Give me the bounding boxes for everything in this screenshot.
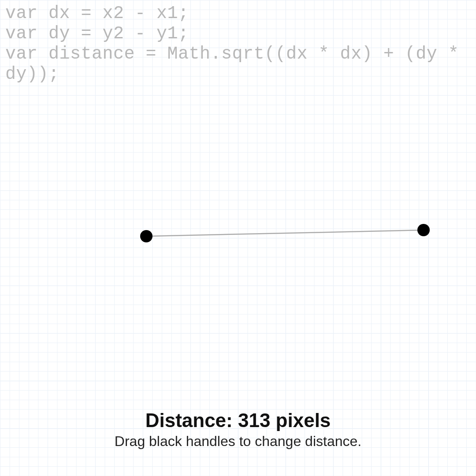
connector-line (146, 230, 424, 236)
distance-canvas (0, 0, 476, 476)
handle-point-1[interactable] (140, 230, 152, 242)
footer: Distance: 313 pixels Drag black handles … (0, 409, 476, 450)
hint-text: Drag black handles to change distance. (0, 433, 476, 450)
distance-readout: Distance: 313 pixels (0, 409, 476, 431)
handle-point-2[interactable] (417, 224, 430, 236)
